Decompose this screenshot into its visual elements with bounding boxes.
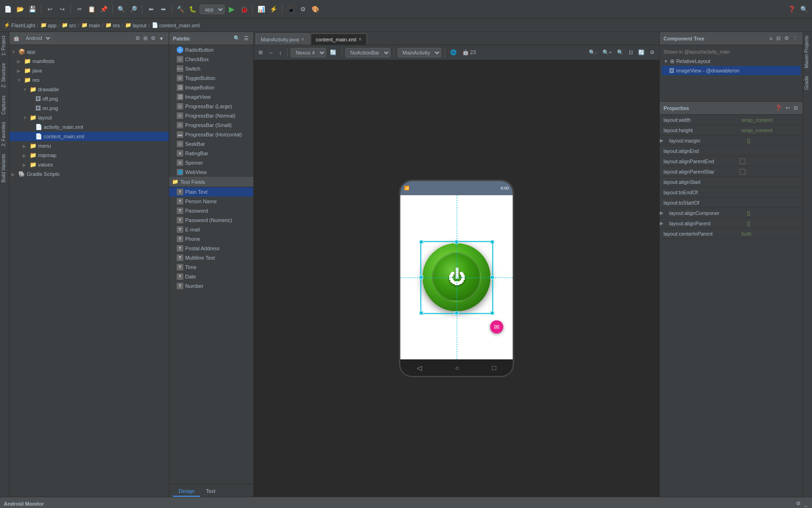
palette-item-checkbox[interactable]: ☑ CheckBox — [169, 55, 253, 64]
run-btn[interactable]: ▶ — [226, 4, 237, 15]
nav-recents[interactable]: □ — [492, 364, 496, 372]
debug-btn[interactable]: 🐛 — [187, 4, 198, 15]
tree-item-drawable[interactable]: ▼ 📁 drawable — [9, 85, 169, 94]
palette-view-btn[interactable]: ☰ — [243, 34, 250, 42]
tree-item-res[interactable]: ▼ 📁 res — [9, 75, 169, 85]
palette-item-phone[interactable]: T Phone — [169, 234, 253, 244]
handle-br[interactable] — [490, 311, 494, 315]
panel-tab-captures[interactable]: Captures — [0, 92, 9, 119]
prop-center-in-parent[interactable]: layout:centerInParent both — [660, 229, 803, 239]
palette-item-radiobutton[interactable]: ● RadioButton — [169, 45, 253, 55]
debug-run-btn[interactable]: 🐞 — [239, 4, 249, 15]
monitor-settings-btn[interactable]: ⚙ — [795, 500, 802, 508]
tab-content-main-close[interactable]: ✕ — [358, 37, 362, 42]
prop-to-start-of[interactable]: layout:toStartOf — [660, 198, 803, 208]
tab-mainactivity[interactable]: MainActivity.java ✕ — [256, 33, 310, 45]
redo-btn[interactable]: ↪ — [57, 4, 67, 15]
prop-align-parent-start[interactable]: layout:alignParentStar — [660, 167, 803, 177]
api-btn[interactable]: 🤖 23 — [461, 48, 478, 56]
bc-file[interactable]: 📄 content_main.xml — [152, 22, 200, 28]
prop-checkbox-align-parent-start[interactable] — [740, 169, 745, 175]
build-btn[interactable]: 🔨 — [175, 4, 186, 15]
bc-main[interactable]: 📁 main — [81, 22, 100, 28]
open-btn[interactable]: 📂 — [15, 4, 25, 15]
palette-item-number[interactable]: T Number — [169, 281, 253, 291]
palette-item-imagebutton[interactable]: 🖼 ImageButton — [169, 83, 253, 92]
handle-bl[interactable] — [419, 311, 423, 315]
prop-expand-align-component[interactable]: ▶ — [660, 210, 664, 215]
palette-item-spinner[interactable]: ⊞ Spinner — [169, 158, 253, 167]
handle-bm[interactable] — [455, 311, 459, 315]
prop-align-component[interactable]: ▶ layout:alignComponer [] — [660, 208, 803, 218]
find-btn[interactable]: 🔍 — [116, 4, 126, 15]
palette-search-btn[interactable]: 🔍 — [233, 34, 241, 42]
app-config-dropdown[interactable]: app — [200, 5, 225, 14]
forward-btn[interactable]: ➡ — [158, 4, 168, 15]
orientation-btn[interactable]: 🔄 — [328, 48, 338, 56]
tree-item-mipmap[interactable]: ▶ 📁 mipmap — [9, 151, 169, 160]
palette-item-progressbar-small[interactable]: ⊟ ProgressBar (Small) — [169, 120, 253, 130]
sdk-btn[interactable]: ⚙ — [298, 4, 308, 15]
tree-item-gradle[interactable]: ▶ 🐘 Gradle Scripts — [9, 169, 169, 179]
panel-tab-build-variants[interactable]: Build Variants — [0, 150, 9, 186]
nav-back[interactable]: ◁ — [417, 364, 422, 372]
panel-tab-project[interactable]: 1: Project — [0, 32, 9, 59]
ct-settings-btn[interactable]: ⚙ — [783, 34, 790, 42]
tree-item-content-main[interactable]: 📄 content_main.xml — [9, 132, 169, 141]
zoom-actual-btn[interactable]: 🔍 — [615, 48, 625, 56]
palette-item-date[interactable]: T Date — [169, 272, 253, 281]
ct-imageview[interactable]: 🖼 imageView - @drawable/on — [662, 66, 801, 75]
panel-tab-gradle[interactable]: Gradle — [803, 72, 812, 94]
prop-filter-btn[interactable]: ⊟ — [793, 104, 799, 112]
bc-src[interactable]: 📁 src — [62, 22, 76, 28]
zoom-out-btn[interactable]: 🔍- — [587, 48, 599, 56]
prop-reset-btn[interactable]: ↩ — [785, 104, 791, 112]
palette-item-imageview[interactable]: 🖼 ImageView — [169, 92, 253, 102]
zoom-in-btn[interactable]: 🔍+ — [601, 48, 614, 56]
tree-item-manifests[interactable]: ▶ 📁 manifests — [9, 56, 169, 66]
tab-mainactivity-close[interactable]: ✕ — [301, 37, 304, 42]
bc-app[interactable]: 📁 app — [40, 22, 56, 28]
profile-btn[interactable]: ⚡ — [268, 4, 279, 15]
panel-tab-maven[interactable]: Maven Projects — [803, 32, 812, 72]
coverage-btn[interactable]: 📊 — [256, 4, 266, 15]
project-more-btn[interactable]: ▼ — [158, 34, 165, 42]
tab-text[interactable]: Text — [200, 486, 221, 497]
zoom-fit-btn[interactable]: ⊞ — [257, 48, 265, 56]
find2-btn[interactable]: 🔎 — [128, 4, 139, 15]
monitor-minimize-btn[interactable]: _ — [804, 500, 808, 508]
palette-item-switch[interactable]: ⟵ Switch — [169, 64, 253, 73]
theme-selector[interactable]: NoActionBar — [345, 48, 390, 57]
tree-item-menu[interactable]: ▶ 📁 menu — [9, 141, 169, 151]
paste-btn[interactable]: 📌 — [99, 4, 109, 15]
palette-item-progressbar-horiz[interactable]: ▬ ProgressBar (Horizontal) — [169, 130, 253, 139]
fit-screen-btn[interactable]: ⊡ — [627, 48, 635, 56]
phone-screen[interactable]: ⏻ — [400, 195, 513, 359]
palette-item-time[interactable]: T Time — [169, 262, 253, 272]
activity-selector[interactable]: MainActivity — [398, 48, 441, 57]
back-btn[interactable]: ⬅ — [146, 4, 156, 15]
locale-btn[interactable]: 🌐 — [448, 48, 459, 56]
avd-btn[interactable]: 📱 — [286, 4, 296, 15]
ct-relativelayout[interactable]: ▼ ⊞ RelativeLayout — [662, 56, 801, 66]
project-gear-btn[interactable]: ⚙ — [150, 34, 156, 42]
save-btn[interactable]: 💾 — [27, 4, 38, 15]
tab-design[interactable]: Design — [173, 486, 200, 497]
prop-layout-width[interactable]: layout:width wrap_content — [660, 115, 803, 125]
handle-tl[interactable] — [419, 240, 423, 244]
prop-help-btn[interactable]: ❓ — [774, 104, 783, 112]
tree-item-layout[interactable]: ▼ 📁 layout — [9, 113, 169, 122]
prop-checkbox-align-parent-end[interactable] — [740, 159, 745, 164]
tree-item-app[interactable]: ▼ 📦 app — [9, 47, 169, 56]
settings-btn[interactable]: ⚙ — [648, 48, 656, 56]
palette-item-ratingbar[interactable]: ★ RatingBar — [169, 149, 253, 158]
device-selector[interactable]: Nexus 4 — [291, 48, 326, 57]
project-settings-btn[interactable]: ⚙ — [134, 34, 141, 42]
palette-item-progressbar-large[interactable]: ⊟ ProgressBar (Large) — [169, 102, 253, 111]
new-file-btn[interactable]: 📄 — [3, 4, 13, 15]
palette-item-email[interactable]: T E-mail — [169, 225, 253, 234]
palette-item-webview[interactable]: 🌐 WebView — [169, 167, 253, 177]
theme-btn[interactable]: 🎨 — [310, 4, 320, 15]
palette-item-progressbar-normal[interactable]: ⊟ ProgressBar (Normal) — [169, 111, 253, 120]
palette-item-multiline[interactable]: T Multiline Text — [169, 253, 253, 262]
